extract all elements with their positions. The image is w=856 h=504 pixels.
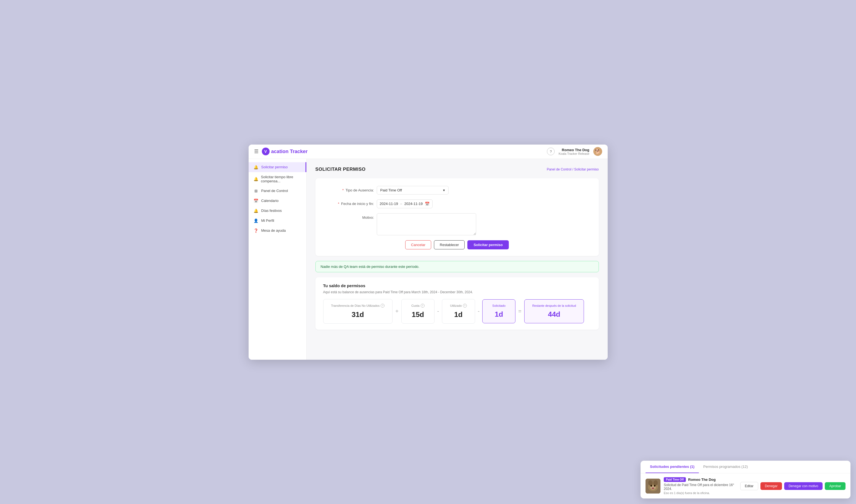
pto-badge: Paid Time Off xyxy=(664,477,686,482)
top-bar: ☰ V acation Tracker ? Romeo The Dog Koal… xyxy=(249,145,608,159)
dog-image xyxy=(646,479,661,493)
notice-bar: Nadie más de QA team está de permiso dur… xyxy=(315,261,599,272)
request-row: Paid Time Off Romeo The Dog Solicitud de… xyxy=(646,477,845,494)
sidebar-item-mi-perfil[interactable]: 👤 Mi Perfil xyxy=(249,216,306,226)
chevron-down-icon: ▾ xyxy=(443,188,445,192)
tipo-label: * Tipo de Ausencia: xyxy=(324,188,374,192)
operator-1: - xyxy=(434,308,442,314)
sidebar-label-solicitar-tiempo: Solicitar tiempo libre compensa... xyxy=(261,175,301,183)
balance-card-value-4: 44d xyxy=(532,310,576,319)
fecha-required: * xyxy=(338,202,339,206)
balance-card-3: Solicitado 1d xyxy=(482,299,515,323)
calendar-icon: 📅 xyxy=(425,202,429,206)
balance-card-2: Utilizado ? 1d xyxy=(442,299,475,324)
user-subtitle: Koala Tracker Release xyxy=(559,152,589,155)
breadcrumb-current: Solicitar permiso xyxy=(574,167,599,171)
sidebar-label-mi-perfil: Mi Perfil xyxy=(261,218,274,222)
balance-card-label-4: Restante después de la solicitud xyxy=(532,304,576,307)
fecha-row: * Fecha de inicio y fin: 2024-11-19 – 20… xyxy=(324,199,590,208)
dog-avatar xyxy=(646,479,661,493)
breadcrumb: Panel de Control / Solicitar permiso xyxy=(547,167,599,171)
date-end: 2024-11-19 xyxy=(405,202,423,206)
submit-button[interactable]: Solicitar permiso xyxy=(467,240,509,249)
reset-button[interactable]: Restablecer xyxy=(434,240,465,249)
sidebar-item-solicitar-tiempo[interactable]: 🔔 Solicitar tiempo libre compensa... xyxy=(249,172,306,186)
tipo-select[interactable]: Paid Time Off ▾ xyxy=(377,186,449,195)
brand-logo: V acation Tracker xyxy=(262,148,308,155)
request-user: Romeo The Dog xyxy=(688,478,716,482)
info-icon-2[interactable]: ? xyxy=(463,304,467,308)
date-separator: – xyxy=(400,202,402,206)
date-range-input[interactable]: 2024-11-19 – 2024-11-19 📅 xyxy=(377,199,433,208)
balance-title: Tu saldo de permisos xyxy=(323,283,591,288)
approve-button[interactable]: Aprobar xyxy=(825,482,845,490)
page-title: SOLICITAR PERMISO xyxy=(315,167,366,172)
deny-button[interactable]: Denegar xyxy=(760,482,782,490)
hamburger-menu[interactable]: ☰ xyxy=(254,148,259,155)
request-badges: Paid Time Off Romeo The Dog xyxy=(664,477,737,482)
sidebar-item-dias-festivos[interactable]: 🔔 Días festivos xyxy=(249,206,306,216)
tab-permisos-programados[interactable]: Permisos programados (12) xyxy=(699,461,752,473)
fecha-label: * Fecha de inicio y fin: xyxy=(324,202,374,206)
breadcrumb-sep: / xyxy=(572,167,574,171)
motivo-row: Motivo: xyxy=(324,213,590,235)
sidebar-icon-solicitar-permiso: 🔔 xyxy=(254,165,259,169)
balance-card-value-1: 15d xyxy=(409,310,427,319)
breadcrumb-base: Panel de Control xyxy=(547,167,571,171)
top-bar-left: ☰ V acation Tracker xyxy=(254,148,308,155)
deny-reason-button[interactable]: Denegar con motivo xyxy=(784,482,823,490)
balance-section: Tu saldo de permisos Aquí está su balanc… xyxy=(315,277,599,330)
operator-2: - xyxy=(475,308,482,314)
balance-card-0: Transferencia de Días No Utilizados ? 31… xyxy=(323,299,393,324)
operator-3: = xyxy=(515,308,524,314)
info-icon-0[interactable]: ? xyxy=(381,304,384,308)
operator-0: + xyxy=(393,308,401,314)
balance-card-1: Cuota ? 15d xyxy=(401,299,434,324)
sidebar-label-dias-festivos: Días festivos xyxy=(261,209,282,213)
help-button[interactable]: ? xyxy=(547,148,555,155)
sidebar-item-mesa-de-ayuda[interactable]: ❓ Mesa de ayuda xyxy=(249,226,306,236)
motivo-textarea[interactable] xyxy=(377,213,476,235)
sidebar-icon-calendario: 📅 xyxy=(254,199,259,203)
tab-solicitudes-pendientes[interactable]: Solicitudes pendientes (1) xyxy=(646,461,699,473)
sidebar-label-panel-de-control: Panel de Control xyxy=(261,189,288,193)
balance-card-4: Restante después de la solicitud 44d xyxy=(524,299,584,323)
balance-card-value-2: 1d xyxy=(450,310,467,319)
avatar[interactable]: 🐕 xyxy=(593,147,602,156)
svg-point-5 xyxy=(650,485,652,487)
edit-button[interactable]: Editar xyxy=(740,482,758,490)
request-sub: Eso es 1 día(s) fuera de la oficina. xyxy=(664,491,737,494)
sidebar-label-solicitar-permiso: Solicitar permiso xyxy=(261,165,288,169)
main-layout: 🔔 Solicitar permiso 🔔 Solicitar tiempo l… xyxy=(249,159,608,360)
request-desc: Solicitud de Paid Time Off para el dicie… xyxy=(664,483,737,491)
form-actions: Cancelar Restablecer Solicitar permiso xyxy=(324,240,590,249)
user-name: Romeo The Dog xyxy=(559,148,589,152)
request-actions: Editar Denegar Denegar con motivo Aproba… xyxy=(740,482,845,490)
info-icon-1[interactable]: ? xyxy=(421,304,425,308)
tipo-row: * Tipo de Ausencia: Paid Time Off ▾ xyxy=(324,186,590,195)
tipo-required: * xyxy=(342,188,344,192)
balance-desc: Aquí está su balance de ausencias para P… xyxy=(323,290,591,294)
sidebar-icon-mesa-de-ayuda: ❓ xyxy=(254,229,259,233)
bottom-content: Paid Time Off Romeo The Dog Solicitud de… xyxy=(640,473,851,499)
sidebar-label-mesa-de-ayuda: Mesa de ayuda xyxy=(261,229,286,233)
main-content: SOLICITAR PERMISO Panel de Control / Sol… xyxy=(307,159,608,360)
balance-card-label-3: Solicitado xyxy=(490,304,508,307)
sidebar-icon-dias-festivos: 🔔 xyxy=(254,209,259,213)
form-card: * Tipo de Ausencia: Paid Time Off ▾ * Fe… xyxy=(315,178,599,256)
motivo-label: Motivo: xyxy=(324,213,374,220)
cancel-button[interactable]: Cancelar xyxy=(405,240,431,249)
date-start: 2024-11-19 xyxy=(380,202,398,206)
balance-card-label-2: Utilizado ? xyxy=(450,304,467,308)
sidebar-item-solicitar-permiso[interactable]: 🔔 Solicitar permiso xyxy=(249,162,306,172)
sidebar-item-calendario[interactable]: 📅 Calendario xyxy=(249,196,306,206)
brand-name: acation Tracker xyxy=(271,149,308,155)
sidebar-item-panel-de-control[interactable]: ⊞ Panel de Control xyxy=(249,186,306,196)
sidebar: 🔔 Solicitar permiso 🔔 Solicitar tiempo l… xyxy=(249,159,307,360)
brand-icon: V xyxy=(262,148,270,155)
bottom-tabs: Solicitudes pendientes (1) Permisos prog… xyxy=(640,461,851,473)
request-info: Paid Time Off Romeo The Dog Solicitud de… xyxy=(664,477,737,494)
content-header: SOLICITAR PERMISO Panel de Control / Sol… xyxy=(315,167,599,172)
sidebar-icon-panel-de-control: ⊞ xyxy=(254,189,259,193)
svg-point-6 xyxy=(654,485,655,487)
